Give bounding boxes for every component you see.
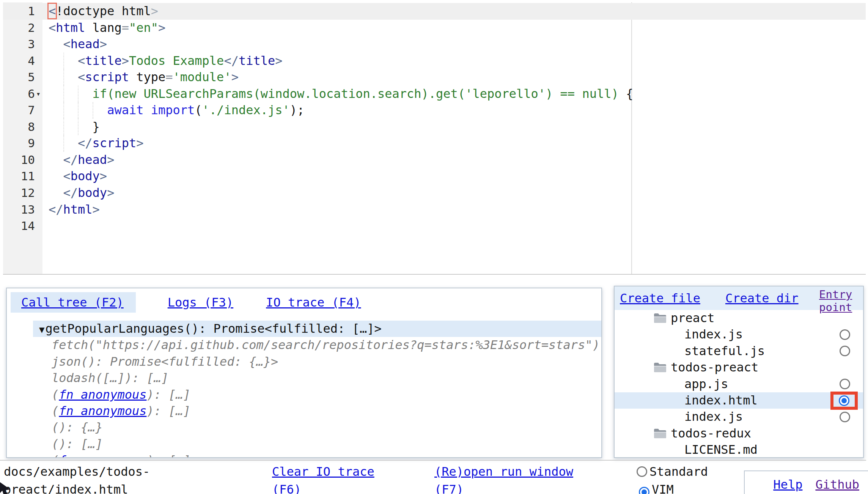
- code-line[interactable]: 4▾ <title>Todos Example</title>: [3, 53, 866, 69]
- entry-point-radio[interactable]: [840, 346, 850, 356]
- file-name[interactable]: todos-preact: [671, 360, 758, 374]
- file-name[interactable]: index.js: [684, 327, 743, 341]
- code-line[interactable]: 1▾<!doctype html>: [3, 3, 866, 20]
- file-tree-header: Create file Create dir Entry point: [615, 286, 863, 310]
- tab-io-trace[interactable]: IO trace (F4): [255, 292, 373, 313]
- file-name[interactable]: index.js: [684, 409, 743, 424]
- line-number: 6: [28, 86, 35, 102]
- line-number: 13: [21, 201, 35, 218]
- call-tree-panel: Call tree (F2)Logs (F3)IO trace (F4) ▼ge…: [6, 288, 602, 458]
- text-cursor: <: [49, 4, 56, 18]
- file-tree-file-row[interactable]: index.html: [615, 392, 863, 409]
- file-tree-panel: Create file Create dir Entry point preac…: [614, 286, 864, 458]
- tab-logs[interactable]: Logs (F3): [157, 292, 245, 313]
- entry-point-radio[interactable]: [840, 412, 850, 422]
- folder-icon: [653, 362, 667, 373]
- tab-label: Call tree (F2): [21, 295, 124, 310]
- line-number: 4: [28, 53, 35, 69]
- code-lines[interactable]: 1▾<!doctype html>2▾<html lang="en">3▾ <h…: [3, 2, 866, 234]
- line-number: 12: [21, 185, 35, 201]
- code-line[interactable]: 14▾: [3, 218, 866, 234]
- line-number: 14: [21, 218, 35, 234]
- code-line[interactable]: 5▾ <script type='module'>: [3, 69, 866, 86]
- code-line[interactable]: 9▾ </script>: [3, 135, 866, 152]
- mode-option-standard[interactable]: Standard: [637, 464, 708, 479]
- file-tree-file-row[interactable]: index.js: [615, 326, 863, 343]
- call-label: getPopularLanguages(): Promise<fulfilled…: [45, 321, 381, 336]
- file-tree-rows: preactindex.jsstateful.jstodos-preactapp…: [615, 310, 863, 458]
- keybindings-mode-group: Standard VIM: [631, 463, 728, 494]
- code-line[interactable]: 8▾ }: [3, 119, 866, 135]
- line-number: 8: [28, 119, 35, 135]
- line-number: 9: [28, 135, 35, 152]
- line-number: 11: [21, 168, 35, 185]
- file-tree-folder-row[interactable]: preact: [615, 310, 863, 326]
- tab-bar: Call tree (F2)Logs (F3)IO trace (F4): [7, 288, 601, 313]
- tab-call-tree[interactable]: Call tree (F2): [11, 292, 136, 313]
- call-tree-row[interactable]: (fn anonymous): […]: [33, 403, 601, 419]
- file-tree-folder-row[interactable]: todos-redux: [615, 425, 863, 442]
- entry-point-radio[interactable]: [839, 395, 849, 406]
- reopen-run-window-button[interactable]: (Re)open run window (F7): [434, 463, 582, 494]
- tab-label: IO trace (F4): [266, 295, 361, 310]
- code-editor[interactable]: 1▾<!doctype html>2▾<html lang="en">3▾ <h…: [3, 2, 866, 275]
- status-bar: docs/examples/todos-preact/index.html Cl…: [0, 460, 866, 494]
- file-tree-file-row[interactable]: index.js: [615, 409, 863, 425]
- line-number: 3: [28, 36, 35, 53]
- code-line[interactable]: 13▾</html>: [3, 201, 866, 218]
- line-number: 7: [28, 102, 35, 119]
- expand-arrow-icon[interactable]: ▼: [39, 324, 44, 335]
- code-line[interactable]: 10▾ </head>: [3, 152, 866, 168]
- call-tree-row[interactable]: lodash([…]): […]: [33, 370, 601, 386]
- file-name[interactable]: index.html: [684, 393, 758, 407]
- call-tree-row[interactable]: (): […]: [33, 436, 601, 452]
- call-tree-row[interactable]: (fn anonymous): […]: [33, 387, 601, 403]
- current-file-path: docs/examples/todos-preact/index.html: [4, 463, 159, 494]
- call-tree-row[interactable]: json(): Promise<fulfilled: {…}>: [33, 354, 601, 370]
- fold-arrow-icon[interactable]: ▾: [35, 86, 42, 102]
- mouse-pointer: [0, 481, 14, 494]
- call-tree-rows: ▼getPopularLanguages(): Promise<fulfille…: [7, 321, 601, 458]
- fn-anonymous-link[interactable]: fn anonymous: [59, 453, 146, 458]
- clear-io-trace-button[interactable]: Clear IO trace (F6): [272, 463, 383, 494]
- vim-radio[interactable]: [639, 487, 649, 494]
- file-name[interactable]: stateful.js: [684, 344, 765, 358]
- code-line[interactable]: 2▾<html lang="en">: [3, 20, 866, 36]
- code-line[interactable]: 11▾ <body>: [3, 168, 866, 185]
- file-name[interactable]: LICENSE.md: [684, 442, 758, 457]
- code-line[interactable]: 12▾ </body>: [3, 185, 866, 201]
- folder-icon: [653, 312, 667, 324]
- line-number: 1: [28, 3, 35, 20]
- call-tree-row[interactable]: (fn anonymous): […]: [33, 452, 601, 458]
- file-tree-file-row[interactable]: LICENSE.md: [615, 442, 863, 458]
- create-file-button[interactable]: Create file: [620, 291, 700, 305]
- entry-point-radio[interactable]: [840, 379, 850, 389]
- line-number: 10: [21, 152, 35, 168]
- folder-icon: [653, 428, 667, 439]
- github-link[interactable]: Github: [815, 476, 859, 494]
- create-dir-button[interactable]: Create dir: [725, 291, 799, 305]
- call-tree-row[interactable]: fetch("https://api.github.com/search/rep…: [33, 337, 601, 353]
- file-tree-folder-row[interactable]: todos-preact: [615, 359, 863, 376]
- line-number: 5: [28, 69, 35, 86]
- help-link[interactable]: Help: [773, 476, 802, 494]
- fn-anonymous-link[interactable]: fn anonymous: [59, 404, 146, 418]
- tab-label: Logs (F3): [168, 295, 233, 310]
- entry-point-radio[interactable]: [840, 329, 850, 340]
- call-tree-row[interactable]: ▼getPopularLanguages(): Promise<fulfille…: [33, 321, 601, 337]
- file-name[interactable]: app.js: [684, 377, 728, 391]
- code-line[interactable]: 3▾ <head>: [3, 36, 866, 53]
- mode-option-vim[interactable]: VIM: [639, 482, 674, 494]
- code-line[interactable]: 6▾ if(new URLSearchParams(window.locatio…: [3, 86, 866, 102]
- code-line[interactable]: 7▾ await import('./index.js');: [3, 102, 866, 119]
- help-links-box: Help Github: [744, 470, 868, 494]
- fn-anonymous-link[interactable]: fn anonymous: [59, 387, 146, 402]
- standard-radio[interactable]: [637, 466, 647, 477]
- call-tree-row[interactable]: (): {…}: [33, 419, 601, 436]
- file-name[interactable]: preact: [671, 311, 715, 325]
- file-tree-file-row[interactable]: stateful.js: [615, 343, 863, 359]
- leporello-ide: 1▾<!doctype html>2▾<html lang="en">3▾ <h…: [0, 0, 868, 494]
- line-number: 2: [28, 20, 35, 36]
- file-name[interactable]: todos-redux: [671, 426, 751, 441]
- file-tree-file-row[interactable]: app.js: [615, 376, 863, 392]
